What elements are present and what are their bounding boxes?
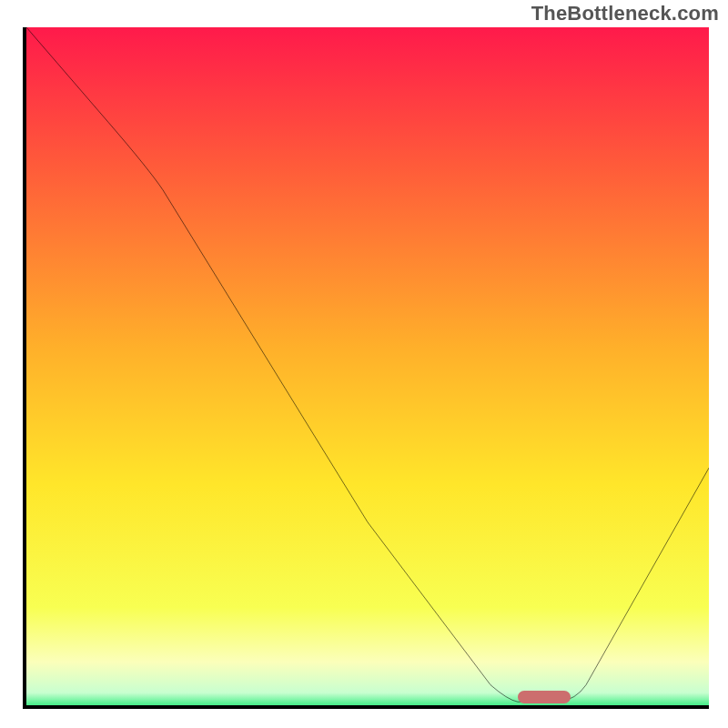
- chart-frame: TheBottleneck.com: [0, 0, 728, 728]
- plot-area: [23, 27, 709, 709]
- watermark-text: TheBottleneck.com: [531, 2, 719, 25]
- bottleneck-curve: [26, 27, 709, 705]
- optimal-range-marker: [518, 691, 571, 703]
